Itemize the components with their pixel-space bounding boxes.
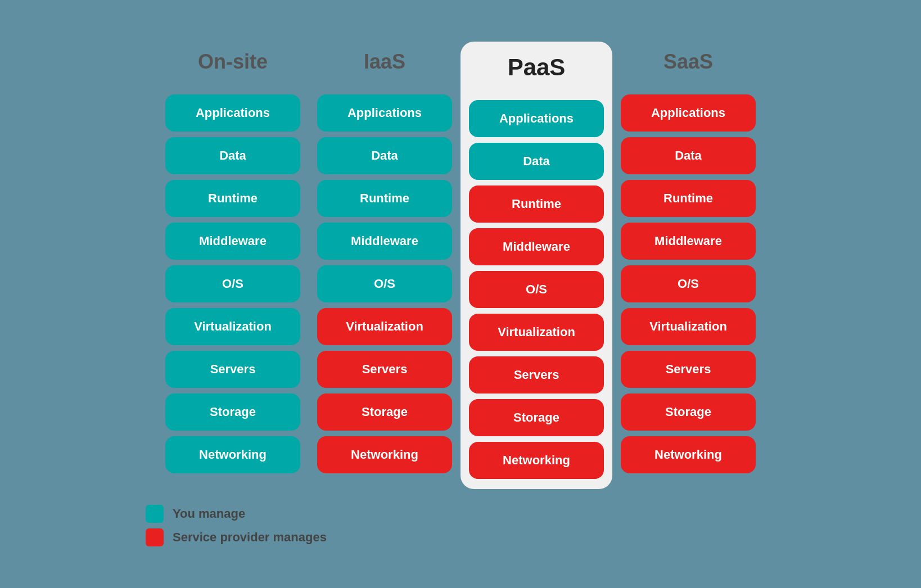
legend-label-1: Service provider manages (173, 530, 327, 545)
pill-onsite-2: Runtime (165, 180, 300, 217)
pill-iaas-1: Data (317, 137, 452, 174)
pill-saas-3: Middleware (621, 223, 756, 260)
pill-iaas-5: Virtualization (317, 308, 452, 345)
pill-onsite-3: Middleware (165, 223, 300, 260)
pill-iaas-2: Runtime (317, 180, 452, 217)
pill-paas-1: Data (469, 143, 604, 180)
column-paas: PaaSApplicationsDataRuntimeMiddlewareO/S… (460, 42, 612, 489)
pill-paas-5: Virtualization (469, 314, 604, 351)
pill-paas-8: Networking (469, 442, 604, 479)
pill-onsite-1: Data (165, 137, 300, 174)
column-iaas: IaaSApplicationsDataRuntimeMiddlewareO/S… (309, 42, 460, 473)
pill-saas-0: Applications (621, 94, 756, 132)
pill-iaas-3: Middleware (317, 223, 452, 260)
pill-paas-2: Runtime (469, 186, 604, 223)
pill-onsite-7: Storage (165, 393, 300, 431)
column-onsite: On-siteApplicationsDataRuntimeMiddleware… (157, 42, 309, 473)
pill-onsite-6: Servers (165, 351, 300, 388)
pill-iaas-0: Applications (317, 94, 452, 132)
legend-item-1: Service provider manages (146, 528, 888, 546)
column-header-paas: PaaS (508, 47, 566, 88)
pill-onsite-8: Networking (165, 436, 300, 473)
legend-area: You manageService provider manages (101, 505, 888, 546)
pill-onsite-5: Virtualization (165, 308, 300, 345)
pill-paas-3: Middleware (469, 228, 604, 265)
pill-iaas-7: Storage (317, 393, 452, 431)
pill-saas-6: Servers (621, 351, 756, 388)
legend-dot-teal (146, 505, 164, 523)
pill-paas-4: O/S (469, 271, 604, 308)
legend-dot-red (146, 528, 164, 546)
columns-area: On-siteApplicationsDataRuntimeMiddleware… (67, 42, 854, 489)
pill-iaas-4: O/S (317, 265, 452, 302)
legend-item-0: You manage (146, 505, 888, 523)
column-header-saas: SaaS (663, 42, 713, 82)
pill-saas-1: Data (621, 137, 756, 174)
column-saas: SaaSApplicationsDataRuntimeMiddlewareO/S… (612, 42, 764, 473)
column-header-onsite: On-site (198, 42, 268, 82)
pill-paas-6: Servers (469, 356, 604, 393)
pill-paas-0: Applications (469, 100, 604, 137)
pill-onsite-0: Applications (165, 94, 300, 132)
column-header-iaas: IaaS (364, 42, 405, 82)
pill-saas-2: Runtime (621, 180, 756, 217)
legend-label-0: You manage (173, 506, 245, 521)
pill-saas-4: O/S (621, 265, 756, 302)
diagram-container: On-siteApplicationsDataRuntimeMiddleware… (67, 42, 854, 546)
pill-iaas-6: Servers (317, 351, 452, 388)
pill-iaas-8: Networking (317, 436, 452, 473)
pill-saas-7: Storage (621, 393, 756, 431)
pill-onsite-4: O/S (165, 265, 300, 302)
pill-saas-8: Networking (621, 436, 756, 473)
pill-saas-5: Virtualization (621, 308, 756, 345)
pill-paas-7: Storage (469, 399, 604, 436)
